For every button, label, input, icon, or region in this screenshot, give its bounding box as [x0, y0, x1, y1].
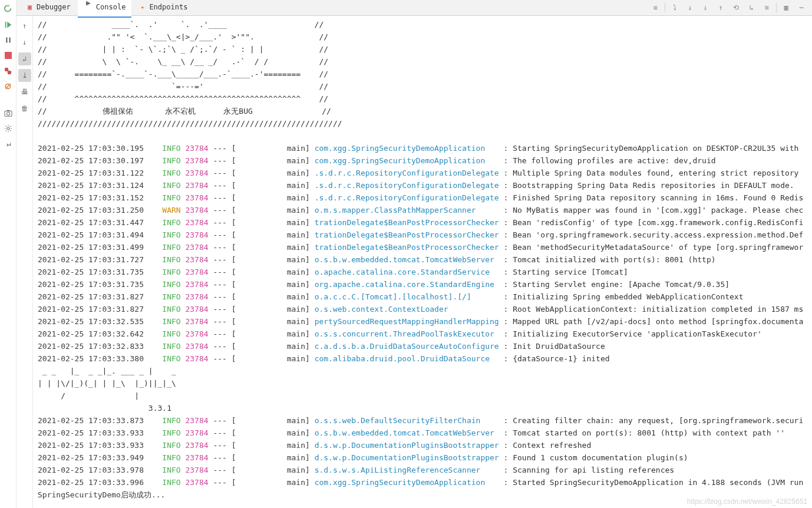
rerun-icon[interactable]	[4, 5, 13, 14]
toolbar-right: ≡ ⤵ ↓ ⇓ ↑ ⟲ ↳ ≋ ▦ ⋯	[649, 2, 812, 14]
log-line: 2021-02-25 17:03:30.195 INFO 23784 --- […	[38, 142, 807, 154]
log-line: 2021-02-25 17:03:33.873 INFO 23784 --- […	[38, 414, 807, 427]
svg-rect-3	[5, 52, 12, 59]
svg-rect-10	[6, 110, 9, 111]
ascii-line: // `=---=' //	[38, 80, 807, 93]
soft-wrap-icon[interactable]: ↲	[18, 52, 31, 65]
mute-icon[interactable]	[4, 81, 13, 91]
log-line: 2021-02-25 17:03:31.735 INFO 23784 --- […	[38, 266, 807, 278]
step-over-icon[interactable]: ⤵	[669, 2, 681, 14]
down-icon[interactable]: ↓	[18, 36, 31, 49]
console-gutter: ↑ ↓ ↲ ⤓ 🖶 🗑	[16, 16, 33, 508]
log-line: 2021-02-25 17:03:33.933 INFO 23784 --- […	[38, 427, 807, 439]
settings-icon[interactable]	[4, 124, 13, 133]
layout-icon[interactable]: ≡	[649, 2, 661, 14]
tab-endpoints-label: Endpoints	[149, 3, 187, 11]
tab-endpoints[interactable]: ✦ Endpoints	[133, 1, 193, 15]
scroll-end-icon[interactable]: ⤓	[18, 69, 31, 82]
step-into-icon[interactable]: ↓	[684, 2, 696, 14]
camera-icon[interactable]	[4, 108, 13, 118]
ascii-line: // \ \ `-. \_ __\ /__ _/ .-` / / //	[38, 55, 807, 68]
log-line: 2021-02-25 17:03:31.447 INFO 23784 --- […	[38, 216, 807, 229]
log-line: 2021-02-25 17:03:31.735 INFO 23784 --- […	[38, 278, 807, 291]
log-line: 2021-02-25 17:03:33.380 INFO 23784 --- […	[38, 352, 807, 365]
tab-console[interactable]: ▶ Console	[78, 0, 132, 18]
log-line: 2021-02-25 17:03:32.535 INFO 23784 --- […	[38, 315, 807, 328]
svg-rect-1	[6, 38, 7, 43]
ascii-line: // ____`. .' `. .'____ //	[38, 18, 807, 31]
tab-console-label: Console	[96, 3, 126, 11]
svg-point-4	[5, 67, 9, 71]
log-line: 2021-02-25 17:03:31.727 INFO 23784 --- […	[38, 253, 807, 266]
log-line: 2021-02-25 17:03:32.833 INFO 23784 --- […	[38, 340, 807, 352]
log-line: 2021-02-25 17:03:33.949 INFO 23784 --- […	[38, 451, 807, 464]
ascii-line: // ^^^^^^^^^^^^^^^^^^^^^^^^^^^^^^^^^^^^^…	[38, 93, 807, 105]
force-step-into-icon[interactable]: ⇓	[699, 2, 711, 14]
log-line: 2021-02-25 17:03:33.978 INFO 23784 --- […	[38, 464, 807, 476]
svg-point-9	[6, 112, 9, 115]
log-line: 2021-02-25 17:03:33.933 INFO 23784 --- […	[38, 439, 807, 451]
console-icon: ▶	[84, 0, 93, 14]
left-gutter	[0, 0, 16, 508]
clear-icon[interactable]: 🗑	[18, 102, 31, 115]
endpoints-icon: ✦	[138, 4, 146, 11]
svg-point-11	[6, 127, 9, 130]
resume-icon[interactable]	[4, 20, 13, 29]
more-icon[interactable]: ⋯	[796, 2, 807, 14]
pause-icon[interactable]	[4, 35, 13, 45]
log-line: 2021-02-25 17:03:33.996 INFO 23784 --- […	[38, 476, 807, 489]
ascii-line: _ _ |_ _ _|_. ___ _ | _	[38, 365, 807, 377]
tab-debugger[interactable]: ▣ Debugger	[20, 1, 77, 15]
stop-icon[interactable]	[4, 51, 13, 60]
svg-point-5	[8, 70, 12, 74]
log-line: 2021-02-25 17:03:30.197 INFO 23784 --- […	[38, 154, 807, 167]
ascii-line: // ."" '< `.___\_<|>_/___.' >'"". //	[38, 31, 807, 43]
drop-frame-icon[interactable]: ⟲	[730, 2, 742, 14]
log-line: 2021-02-25 17:03:31.494 INFO 23784 --- […	[38, 229, 807, 241]
log-line: 2021-02-25 17:03:31.250 WARN 23784 --- […	[38, 204, 807, 216]
ascii-line: 3.3.1	[38, 402, 807, 414]
bug-icon: ▣	[26, 4, 34, 11]
log-line: 2021-02-25 17:03:31.152 INFO 23784 --- […	[38, 192, 807, 204]
ascii-line: // ========`-.____`-.___\_____/___.-`___…	[38, 68, 807, 80]
ascii-line: ////////////////////////////////////////…	[38, 117, 807, 130]
ascii-line: / |	[38, 390, 807, 402]
log-line: 2021-02-25 17:03:31.124 INFO 23784 --- […	[38, 179, 807, 192]
svg-rect-2	[9, 38, 10, 43]
svg-rect-0	[5, 22, 6, 28]
pin-icon[interactable]	[4, 139, 13, 149]
run-to-cursor-icon[interactable]: ↳	[745, 2, 757, 14]
tab-bar: ▣ Debugger ▶ Console ✦ Endpoints ≡ ⤵ ↓ ⇓…	[16, 0, 812, 16]
console-output[interactable]: // ____`. .' `. .'____ //// ."" '< `.___…	[33, 16, 812, 508]
step-out-icon[interactable]: ↑	[715, 2, 727, 14]
log-line: 2021-02-25 17:03:31.122 INFO 23784 --- […	[38, 167, 807, 179]
tab-debugger-label: Debugger	[37, 3, 71, 11]
log-line: 2021-02-25 17:03:31.499 INFO 23784 --- […	[38, 241, 807, 253]
print-icon[interactable]: 🖶	[18, 85, 31, 98]
ascii-line: // 佛祖保佑 永不宕机 永无BUG //	[38, 105, 807, 117]
ascii-line: | | |\/|_)(_| | |_\ |_)||_|_\	[38, 377, 807, 390]
log-line: 2021-02-25 17:03:31.827 INFO 23784 --- […	[38, 303, 807, 315]
up-icon[interactable]: ↑	[18, 19, 31, 32]
evaluate-icon[interactable]: ≋	[761, 2, 773, 14]
breakpoints-icon[interactable]	[4, 66, 13, 75]
log-line: 2021-02-25 17:03:31.827 INFO 23784 --- […	[38, 291, 807, 303]
log-line: SpringSecurityDemo启动成功...	[38, 489, 807, 501]
table-icon[interactable]: ▦	[780, 2, 792, 14]
log-line: 2021-02-25 17:03:32.642 INFO 23784 --- […	[38, 328, 807, 340]
ascii-line: // | | : `- \`.;`\ _ /`;.`/ - ` : | | //	[38, 43, 807, 55]
